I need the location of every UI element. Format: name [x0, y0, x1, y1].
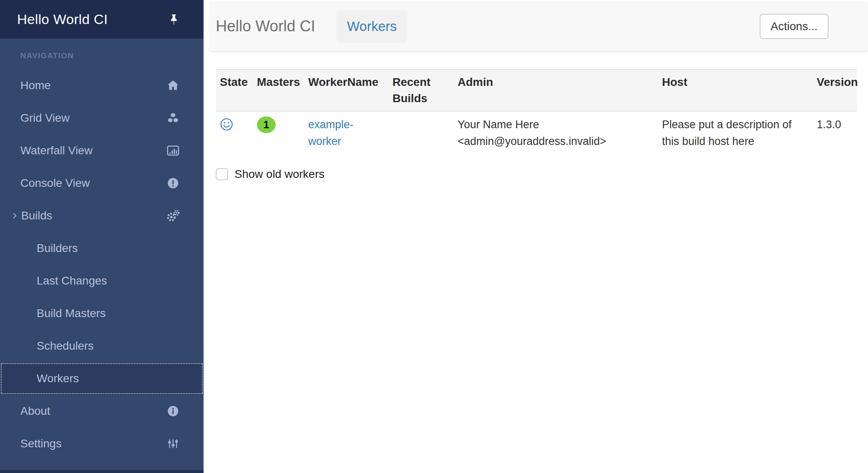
worker-version-cell: 1.3.0 [813, 111, 857, 154]
cubes-icon [164, 111, 182, 125]
app-window: Hello World CI NAVIGATION Home Grid View [0, 0, 868, 473]
bar-chart-icon [164, 144, 182, 158]
content-area: State Masters WorkerName Recent Builds A… [204, 52, 868, 181]
sidebar-item-grid-view[interactable]: Grid View [0, 102, 204, 134]
masters-count-badge: 1 [257, 116, 276, 133]
sidebar-item-builders[interactable]: Builders [0, 232, 204, 265]
top-navbar: Hello World CI Workers Actions... [208, 1, 868, 52]
worker-name-cell: example-worker [304, 111, 388, 154]
actions-button[interactable]: Actions... [760, 14, 829, 39]
chevron-right-icon [11, 211, 20, 220]
sidebar-footer [0, 470, 204, 473]
sidebar-item-console-view[interactable]: Console View [0, 167, 204, 199]
workers-table: State Masters WorkerName Recent Builds A… [216, 69, 857, 154]
sidebar-header: Hello World CI [0, 0, 204, 39]
tab-workers[interactable]: Workers [336, 10, 407, 43]
happy-face-icon [220, 118, 233, 131]
sidebar-item-last-changes[interactable]: Last Changes [0, 265, 204, 297]
pin-icon[interactable] [168, 13, 180, 26]
sidebar-item-workers[interactable]: Workers [0, 362, 204, 395]
sidebar-item-waterfall-view[interactable]: Waterfall View [0, 134, 204, 167]
show-old-workers-checkbox[interactable] [216, 168, 228, 180]
sliders-icon [164, 437, 182, 451]
sidebar-item-build-masters[interactable]: Build Masters [0, 297, 204, 330]
col-host: Host [658, 70, 813, 111]
show-old-workers-label: Show old workers [235, 168, 324, 181]
worker-name-link[interactable]: example-worker [308, 116, 369, 150]
sidebar: Hello World CI NAVIGATION Home Grid View [0, 0, 204, 473]
home-icon [164, 79, 182, 92]
col-state: State [216, 70, 253, 111]
recent-builds-cell [388, 111, 454, 154]
exclamation-circle-icon [164, 177, 182, 190]
col-admin: Admin [454, 70, 658, 111]
sidebar-nav: Home Grid View Waterfall View [0, 69, 204, 460]
nav-section-label: NAVIGATION [20, 51, 204, 61]
info-circle-icon [164, 405, 182, 418]
worker-row: 1 example-worker Your Name Here <admin@y… [216, 111, 857, 154]
col-masters: Masters [253, 70, 304, 111]
sidebar-title: Hello World CI [17, 11, 108, 27]
worker-admin-cell: Your Name Here <admin@youraddress.invali… [454, 111, 658, 154]
sidebar-item-builds[interactable]: Builds [0, 199, 204, 232]
col-version: Version [813, 70, 857, 111]
sidebar-item-home[interactable]: Home [0, 69, 204, 102]
sidebar-item-settings[interactable]: Settings [0, 427, 204, 460]
worker-masters-cell: 1 [253, 111, 304, 154]
col-workername: WorkerName [304, 70, 388, 111]
col-recent-builds: Recent Builds [388, 70, 454, 111]
table-header-row: State Masters WorkerName Recent Builds A… [216, 70, 857, 111]
sidebar-item-schedulers[interactable]: Schedulers [0, 330, 204, 362]
show-old-workers-control[interactable]: Show old workers [216, 168, 857, 181]
sidebar-item-about[interactable]: About [0, 395, 204, 427]
main-area: Hello World CI Workers Actions... State … [204, 0, 868, 473]
page-title: Hello World CI [216, 18, 315, 35]
worker-state-cell [216, 111, 253, 154]
worker-host-cell: Please put a description of this build h… [658, 111, 813, 154]
cogs-icon [164, 208, 182, 223]
